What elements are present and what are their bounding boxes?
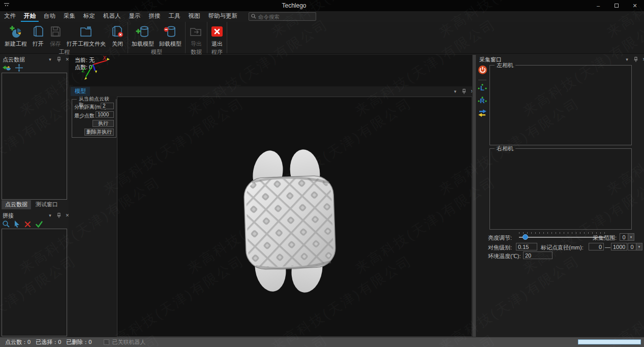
brightness-slider-thumb[interactable]: [523, 234, 528, 240]
new-project-button[interactable]: 新建工程: [2, 22, 29, 48]
delete-and-run-button[interactable]: 删除并执行: [84, 129, 114, 136]
minimize-button[interactable]: –: [589, 0, 607, 11]
ambient-temp-input[interactable]: [523, 251, 553, 259]
menu-tab-file[interactable]: 文件: [1, 11, 19, 22]
stitch-panel-controls: ▾ ✕: [47, 212, 70, 218]
pointcloud-bottom-tabs: 点云数据 测试窗口: [2, 200, 62, 209]
pointcloud-toolbar: [3, 64, 23, 72]
capture-range-label: 采集范围:: [593, 234, 617, 242]
viewport-top[interactable]: [69, 55, 472, 86]
panel-pin-icon[interactable]: [56, 212, 62, 218]
run-button[interactable]: 执行: [93, 120, 114, 127]
open-button[interactable]: 打开: [29, 22, 47, 48]
ribbon-group-program: 退出 程序: [207, 22, 227, 53]
axes-gizmo: X Z: [76, 56, 114, 84]
pointcloud-list[interactable]: [2, 73, 67, 200]
exit-button[interactable]: 退出: [208, 22, 226, 48]
pointcloud-panel-title: 点云数据: [3, 55, 25, 64]
restore-icon: [615, 4, 619, 8]
panel-menu-icon[interactable]: ▾: [452, 88, 458, 94]
cursor-icon[interactable]: [14, 220, 20, 228]
left-camera-icon[interactable]: L: [478, 84, 487, 94]
focus-level-input[interactable]: [516, 243, 537, 250]
menu-tab-auto[interactable]: 自动: [41, 11, 58, 22]
menu-bar: 文件 开始 自动 采集 标定 机器人 显示 拼接 工具 视图 帮助与更新: [0, 11, 644, 22]
scanned-model[interactable]: [230, 146, 347, 294]
command-search-box[interactable]: [249, 12, 316, 21]
load-model-button[interactable]: 加载模型: [129, 22, 157, 48]
right-camera-view: 右相机: [489, 148, 632, 230]
chevron-down-icon[interactable]: ▾: [628, 233, 634, 241]
menu-tab-stitch[interactable]: 拼接: [146, 11, 164, 22]
search-input[interactable]: [258, 14, 314, 20]
menu-tab-tools[interactable]: 工具: [166, 11, 183, 22]
split-distance-input[interactable]: [101, 103, 114, 109]
right-camera-icon[interactable]: R: [478, 97, 487, 107]
menu-tab-display[interactable]: 显示: [126, 11, 144, 22]
capture-range-combo[interactable]: 0 ▾: [620, 233, 634, 241]
marker-max-input[interactable]: [611, 243, 627, 250]
menu-tab-calibration[interactable]: 标定: [80, 11, 98, 22]
unload-model-button[interactable]: 卸载模型: [157, 22, 184, 48]
capture-panel-controls: ▾ ✕: [624, 56, 644, 62]
export-label: 导出: [191, 40, 202, 48]
window-controls: – ✕: [589, 0, 644, 11]
title-bar: Techlego – ✕: [0, 0, 644, 11]
menu-tab-start[interactable]: 开始: [21, 11, 39, 22]
delete-selection-icon[interactable]: [24, 221, 31, 228]
min-points-input[interactable]: [96, 111, 114, 118]
ribbon-group-data: 导出 数据: [186, 22, 207, 53]
load-model-icon: [136, 24, 150, 39]
open-project-folder-label: 打开工程文件夹: [67, 40, 106, 48]
open-project-folder-button[interactable]: 打开工程文件夹: [64, 22, 108, 48]
export-icon: [189, 24, 203, 39]
chevron-down-icon[interactable]: ▾: [636, 243, 642, 250]
panel-pin-icon[interactable]: [461, 88, 467, 94]
save-button[interactable]: 保存: [47, 22, 64, 48]
swap-arrows-icon[interactable]: [478, 109, 487, 119]
zoom-icon[interactable]: [3, 220, 10, 228]
menu-tab-help[interactable]: 帮助与更新: [205, 11, 241, 22]
robot-linked-checkbox[interactable]: 已关联机器人: [104, 338, 145, 346]
pointcloud-panel-controls: ▾ ✕: [47, 56, 70, 62]
close-project-button[interactable]: 关闭: [108, 22, 127, 48]
tab-pointcloud-data[interactable]: 点云数据: [2, 200, 31, 209]
axis-z-label: Z: [81, 68, 85, 73]
menu-tab-capture[interactable]: 采集: [60, 11, 78, 22]
save-label: 保存: [50, 40, 61, 48]
move-tool-icon[interactable]: [15, 64, 23, 72]
export-button[interactable]: 导出: [187, 22, 206, 48]
close-button[interactable]: ✕: [626, 0, 644, 11]
panel-menu-icon[interactable]: ▾: [47, 56, 53, 62]
pointcloud-convert-icon[interactable]: [3, 64, 11, 72]
open-folder-icon: [79, 24, 94, 39]
unload-model-icon: [163, 24, 177, 39]
new-project-icon: [9, 24, 22, 39]
progress-bar: [578, 339, 641, 344]
capture-tool-strip: L R: [476, 63, 488, 337]
menu-tab-robot[interactable]: 机器人: [100, 11, 124, 22]
panel-menu-icon[interactable]: ▾: [47, 212, 53, 218]
panel-pin-icon[interactable]: [633, 56, 638, 62]
axis-x-label: X: [102, 56, 106, 61]
tab-test-window[interactable]: 测试窗口: [32, 200, 62, 209]
panel-pin-icon[interactable]: [56, 56, 62, 62]
panel-menu-icon[interactable]: ▾: [624, 56, 630, 62]
marker-range-dash: —: [605, 244, 610, 250]
strip-divider: [478, 80, 486, 80]
save-icon: [49, 24, 62, 39]
marker-min-input[interactable]: [589, 243, 604, 250]
menu-tab-view[interactable]: 视图: [186, 11, 203, 22]
vertical-splitter[interactable]: [472, 55, 476, 337]
exit-icon: [211, 24, 223, 39]
search-icon: [251, 13, 256, 20]
exit-label: 退出: [211, 40, 223, 48]
stabilize-combo[interactable]: 0 ▾: [628, 243, 642, 250]
panel-close-icon[interactable]: ✕: [641, 56, 644, 62]
confirm-icon[interactable]: [36, 221, 43, 228]
deleted-count-status: 已删除：0: [66, 338, 91, 346]
model-panel-tab[interactable]: 模型: [71, 87, 90, 96]
power-icon[interactable]: [478, 65, 487, 76]
restore-button[interactable]: [607, 0, 626, 11]
stitch-list[interactable]: [2, 229, 67, 336]
